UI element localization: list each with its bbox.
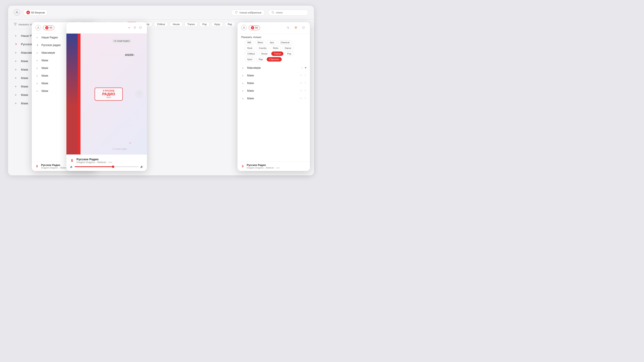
- tag-blues[interactable]: Blues: [255, 40, 266, 45]
- share-icon[interactable]: ⤷: [300, 97, 302, 100]
- tag-trance[interactable]: Trance: [271, 51, 283, 56]
- tag-rap[interactable]: Rap: [224, 22, 235, 27]
- favorite-button[interactable]: [138, 25, 143, 30]
- volume-icon: 🔊: [140, 165, 143, 168]
- tag-rock[interactable]: Rock: [245, 46, 255, 50]
- share-icon[interactable]: ⤷: [301, 66, 303, 69]
- svg-point-1: [272, 11, 274, 13]
- play-button[interactable]: ▶: [14, 50, 18, 55]
- share-icon[interactable]: ⤷: [300, 89, 302, 92]
- tag-kpop[interactable]: Kpop: [211, 22, 223, 27]
- play-button[interactable]: ▶: [14, 84, 18, 88]
- mid-np-row: ⏸ Русское Радио Imagine Dragons – Believ…: [70, 157, 143, 164]
- play-button[interactable]: ▶: [241, 81, 245, 85]
- play-button[interactable]: ▶: [14, 67, 18, 72]
- tag-classical[interactable]: Classical: [278, 40, 292, 45]
- list-item[interactable]: ▶ Маяк ⤷ ♡: [238, 94, 310, 102]
- play-button[interactable]: ▶: [14, 59, 18, 63]
- svg-point-0: [16, 11, 18, 13]
- panel-mid: 🎙 НАШЕ РАДИО маяк♪ ® РУССКОЕ РАДИО 103.5: [66, 22, 147, 171]
- filter-button[interactable]: [132, 25, 138, 30]
- nashe-radio-label: НАШЕ РАДИО: [117, 40, 129, 42]
- panel-right: ◎ 50: [238, 22, 310, 171]
- list-item[interactable]: ▶ Маяк ⤷ ♡: [238, 79, 310, 87]
- favorite-icon[interactable]: ♡: [304, 97, 306, 100]
- svg-point-2: [38, 27, 39, 28]
- play-button[interactable]: ▶: [241, 96, 245, 100]
- now-playing-next: сле: [108, 161, 112, 164]
- now-playing-pause-button[interactable]: ⏸: [36, 164, 39, 168]
- progress-bar[interactable]: [75, 166, 139, 167]
- favorite-icon[interactable]: ♡: [304, 82, 306, 84]
- tag-retro[interactable]: Retro: [270, 46, 281, 50]
- tag-dance[interactable]: Dance: [282, 46, 294, 50]
- tag-pop[interactable]: Pop: [284, 51, 294, 56]
- tag-milli[interactable]: Milli: [245, 40, 254, 45]
- favorites-label: только избранные: [239, 11, 262, 14]
- play-button[interactable]: ▶: [36, 58, 40, 62]
- list-item[interactable]: ▶ Максимум ⤷ ♥: [238, 64, 310, 72]
- tag-trance[interactable]: Trance: [184, 22, 198, 27]
- favorite-icon[interactable]: ♡: [304, 74, 306, 77]
- bonus-badge[interactable]: ◎ 50 бонусов: [23, 9, 48, 15]
- tag-rap[interactable]: Rap: [256, 57, 266, 61]
- play-button[interactable]: ▶: [241, 73, 245, 77]
- panel-right-filter-section: Показать только: Milli Blues Jazz Classi…: [238, 33, 310, 64]
- share-icon[interactable]: ⤷: [300, 74, 302, 77]
- list-item[interactable]: ▶ Маяк ⤷ ♡: [238, 72, 310, 79]
- tag-chillout[interactable]: Chillout: [245, 51, 258, 56]
- play-button[interactable]: ▶: [241, 89, 245, 93]
- pause-button[interactable]: ⏸: [36, 43, 40, 47]
- now-playing-next: сле: [276, 167, 280, 169]
- favorites-button[interactable]: только избранные: [232, 10, 265, 15]
- play-button[interactable]: ▶: [14, 101, 18, 105]
- progress-thumb[interactable]: [112, 166, 114, 168]
- svg-point-4: [244, 27, 244, 28]
- favorite-icon[interactable]: ♥: [305, 66, 306, 69]
- station-name: Маяк: [247, 89, 298, 92]
- play-button[interactable]: ▶: [14, 33, 18, 38]
- play-button[interactable]: ▶: [36, 66, 40, 70]
- station-name: Маяк: [247, 81, 298, 85]
- play-button[interactable]: ▶: [36, 74, 40, 78]
- tag-house[interactable]: House: [170, 22, 183, 27]
- nashe-radio-logo-bottom: 🎙 НАШЕ РАДИО: [112, 147, 127, 150]
- favorite-icon[interactable]: ♡: [304, 89, 306, 92]
- share-icon[interactable]: ⤷: [300, 82, 302, 84]
- play-button[interactable]: ▶: [36, 89, 40, 93]
- favorite-button[interactable]: [301, 25, 306, 30]
- now-playing-info: Русское Радио Imagine Dragons – Believer…: [247, 163, 306, 169]
- search-bar[interactable]: [268, 10, 308, 15]
- tag-pop[interactable]: Pop: [200, 22, 210, 27]
- pause-button[interactable]: ⏸: [14, 42, 18, 46]
- tag-chillout[interactable]: Chillout: [154, 22, 168, 27]
- svg-point-5: [287, 27, 289, 28]
- play-button[interactable]: ▶: [14, 92, 18, 97]
- tag-jazz[interactable]: Jazz: [267, 40, 277, 45]
- filter-button[interactable]: [293, 25, 299, 30]
- station-name: Маяк: [247, 97, 298, 100]
- panel-mid-header: [66, 22, 147, 33]
- list-item[interactable]: ▶ Маяк ⤷ ♡: [238, 87, 310, 94]
- volume-mute-icon: 🔈: [70, 165, 73, 168]
- play-button[interactable]: ▶: [36, 81, 40, 85]
- avatar-icon[interactable]: [14, 9, 20, 16]
- tag-house[interactable]: House: [258, 51, 270, 56]
- now-playing-pause-button[interactable]: ⏸: [70, 158, 74, 163]
- panel-right-station-list: ▶ Максимум ⤷ ♥ ▶ Маяк ⤷ ♡ ▶ Маяк ⤷ ♡: [238, 64, 310, 171]
- collapse-button[interactable]: [126, 25, 132, 30]
- play-button[interactable]: ▶: [241, 66, 245, 70]
- search-input[interactable]: [276, 11, 304, 14]
- panel-bonus-amount: 50: [50, 26, 52, 29]
- decorative-stripe: [66, 33, 78, 154]
- reset-button[interactable]: Сбросить: [267, 57, 282, 61]
- tag-kpop[interactable]: Кроп: [245, 57, 255, 61]
- search-button[interactable]: [285, 25, 291, 30]
- now-playing-pause-button[interactable]: ⏸: [241, 164, 244, 168]
- play-button[interactable]: ▶: [36, 51, 40, 55]
- favorite-heart-button[interactable]: [136, 90, 143, 98]
- tag-country[interactable]: Country: [256, 46, 269, 50]
- play-button[interactable]: ▶: [14, 76, 18, 80]
- station-name: Маяк: [247, 74, 298, 77]
- play-button[interactable]: ▶: [36, 35, 40, 39]
